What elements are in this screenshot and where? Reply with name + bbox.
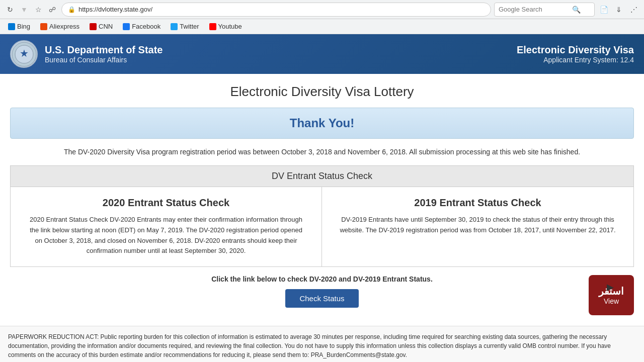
status-2020-desc: 2020 Entrant Status Check DV-2020 Entran… [26, 215, 306, 256]
bookmark-bing-label: Bing [17, 23, 30, 30]
reader-mode-button[interactable]: ☍ [46, 4, 58, 16]
footer-notice: PAPERWORK REDUCTION ACT: Public reportin… [0, 326, 644, 362]
bookmark-cnn[interactable]: CNN [86, 22, 117, 31]
dept-name-main: U.S. Department of State [45, 44, 163, 56]
bookmark-twitter-label: Twitter [180, 23, 199, 30]
main-content: Electronic Diversity Visa Lottery Thank … [0, 74, 644, 326]
back-button[interactable]: ↻ [4, 4, 16, 16]
twitter-favicon [171, 23, 178, 30]
url-input[interactable] [78, 6, 485, 13]
search-box[interactable]: 🔍 [494, 3, 595, 17]
dv-status-header: DV Entrant Status Check [10, 165, 634, 187]
seal-svg: ★ [12, 42, 37, 67]
status-check-2019: 2019 Entrant Status Check DV-2019 Entran… [322, 187, 633, 266]
aliexpress-favicon [40, 23, 47, 30]
facebook-favicon [123, 23, 130, 30]
cnn-favicon [90, 23, 97, 30]
bookmark-facebook[interactable]: Facebook [119, 22, 165, 31]
page-wrapper: ★ U.S. Department of State Bureau of Con… [0, 34, 644, 362]
search-input[interactable] [499, 6, 569, 13]
search-icon[interactable]: 🔍 [572, 6, 581, 14]
reader-icon[interactable]: 📄 [598, 4, 610, 16]
click-link-text: Click the link below to check DV-2020 an… [10, 275, 634, 283]
bookmark-youtube-label: Youtube [218, 23, 242, 30]
page-title: Electronic Diversity Visa Lottery [10, 84, 634, 100]
promo-arabic-text: استقر [599, 285, 624, 297]
promo-overlay[interactable]: استقر View [589, 275, 634, 315]
header-right: Electronic Diversity Visa Applicant Entr… [517, 44, 634, 64]
browser-toolbar: ↻ ▼ ☆ ☍ 🔒 🔍 📄 ⇓ ⋰ [0, 0, 644, 19]
dept-seal: ★ [10, 40, 38, 68]
browser-toolbar-icons: 📄 ⇓ ⋰ [598, 4, 640, 16]
bookmark-button[interactable]: ☆ [32, 4, 44, 16]
edv-title: Electronic Diversity Visa [517, 44, 634, 56]
bookmark-aliexpress[interactable]: Aliexpress [36, 22, 84, 31]
bookmarks-bar: Bing Aliexpress CNN Facebook Twitter You… [0, 19, 644, 34]
status-2019-desc: DV-2019 Entrants have until September 30… [337, 215, 618, 236]
bookmark-twitter[interactable]: Twitter [167, 22, 203, 31]
promo-view-text: View [604, 297, 619, 305]
notice-text: The DV-2020 Diversity Visa program regis… [10, 147, 634, 157]
thank-you-box: Thank You! [10, 108, 634, 139]
bookmark-facebook-label: Facebook [132, 23, 160, 30]
status-2019-title: 2019 Entrant Status Check [337, 197, 618, 209]
thank-you-text: Thank You! [290, 116, 354, 130]
forward-indicator: ▼ [18, 4, 30, 16]
bookmark-aliexpress-label: Aliexpress [49, 23, 79, 30]
page-content: ★ U.S. Department of State Bureau of Con… [0, 34, 644, 362]
site-header: ★ U.S. Department of State Bureau of Con… [0, 34, 644, 74]
bookmark-cnn-label: CNN [99, 23, 113, 30]
apps-icon[interactable]: ⋰ [628, 4, 640, 16]
edv-sub: Applicant Entry System: 12.4 [517, 56, 634, 64]
status-check-2020: 2020 Entrant Status Check 2020 Entrant S… [11, 187, 322, 266]
check-status-button[interactable]: Check Status [285, 289, 358, 308]
address-bar[interactable]: 🔒 [61, 3, 491, 17]
download-icon[interactable]: ⇓ [613, 4, 625, 16]
bing-favicon [8, 23, 15, 30]
bookmark-bing[interactable]: Bing [4, 22, 34, 31]
nav-buttons: ↻ ▼ ☆ ☍ [4, 4, 58, 16]
svg-text:★: ★ [20, 48, 29, 59]
youtube-favicon [209, 23, 216, 30]
header-left: ★ U.S. Department of State Bureau of Con… [10, 40, 163, 68]
status-2020-title: 2020 Entrant Status Check [26, 197, 306, 209]
dept-name: U.S. Department of State Bureau of Consu… [45, 44, 163, 64]
bookmark-youtube[interactable]: Youtube [205, 22, 246, 31]
lock-icon: 🔒 [68, 6, 75, 13]
footer-text: PAPERWORK REDUCTION ACT: Public reportin… [8, 333, 611, 358]
status-check-grid: 2020 Entrant Status Check 2020 Entrant S… [10, 187, 634, 267]
dept-name-sub: Bureau of Consular Affairs [45, 56, 163, 64]
